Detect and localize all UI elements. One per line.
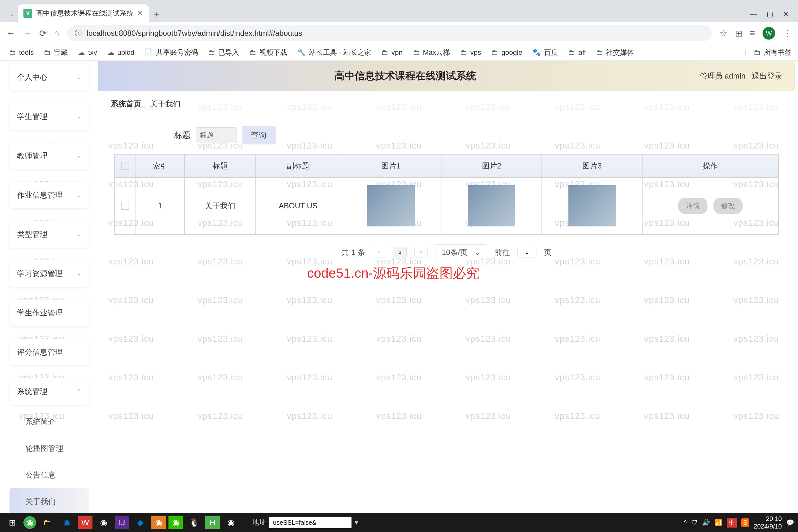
sidebar-item[interactable]: 学生管理⌄ [10,103,89,130]
taskbar-clock[interactable]: 20:10 2024/9/10 [754,515,782,530]
bookmark-item[interactable]: 🗀tools [9,49,34,57]
bookmark-item[interactable]: 🔧站长工具 - 站长之家 [297,48,371,57]
sidebar-item[interactable]: 系统管理⌃ [10,378,89,405]
tray-network-icon[interactable]: 🔊 [702,519,710,526]
bookmark-item[interactable]: 🗀aff [568,49,586,57]
row-checkbox[interactable] [114,178,136,235]
chevron-down-icon: ⌄ [76,74,81,81]
all-bookmarks[interactable]: 🗀 所有书签 [754,48,792,57]
chevron-down-icon: ⌄ [76,152,81,159]
windows-taskbar: ⊞ ◉ 🗀 ◉ W ◉ IJ ◆ ◉ ◉ 🐧 H ◉ 地址 ▾ ^ 🛡 🔊 📶 … [0,513,798,532]
maximize-icon[interactable]: ▢ [767,10,773,18]
next-page-button[interactable]: > [414,247,428,258]
menu-icon[interactable]: ⋮ [783,28,792,39]
cell-title: 关于我们 [185,178,255,235]
app-orange-icon[interactable]: ◉ [151,516,166,529]
bookmark-item[interactable]: 🗀社交媒体 [596,48,634,57]
chrome2-icon[interactable]: ◉ [222,515,240,530]
bookmark-item[interactable]: 🗀已导入 [208,48,239,57]
sidebar-subitem[interactable]: 系统简介 [10,408,89,435]
breadcrumb-home[interactable]: 系统首页 [111,99,141,109]
star-icon[interactable]: ☆ [720,28,727,39]
sidebar-subitem[interactable]: 公告信息 [10,462,89,488]
tab-close-icon[interactable]: ✕ [137,9,143,17]
edge-icon[interactable]: ◉ [58,515,75,530]
home-icon[interactable]: ⌂ [54,28,59,38]
taskbar-address-input[interactable] [269,517,352,528]
select-all-header[interactable] [114,154,136,178]
browser360-icon[interactable]: ◉ [23,516,36,529]
bookmark-item[interactable]: 🗀视频下载 [249,48,287,57]
tray-ime-icon[interactable]: 中 [727,518,737,528]
column-header: 图片3 [542,154,642,178]
info-icon[interactable]: ⓘ [75,28,82,38]
wps-icon[interactable]: W [78,516,93,529]
bookmark-item[interactable]: ☁txy [78,49,97,57]
sidebar-item[interactable]: 类型管理⌄ [10,221,89,248]
bookmark-item[interactable]: 🐾百度 [532,48,558,57]
app-green-icon[interactable]: H [205,516,220,529]
vscode-icon[interactable]: ◆ [132,515,149,530]
folder-icon: 🗀 [491,49,498,57]
bookmark-item[interactable]: 🗀宝藏 [44,48,68,57]
tray-sogou-icon[interactable]: S [741,518,749,527]
goto-page-input[interactable] [517,247,536,258]
page-size-select[interactable]: 10条/页 ⌄ [435,245,487,260]
extensions-icon[interactable]: ⊞ [735,28,742,39]
address-bar[interactable]: ⓘ localhost:8080/springbootb7wby/admin/d… [67,25,712,41]
folder-icon: 📄 [145,49,153,57]
forward-icon[interactable]: → [23,28,32,38]
qq-icon[interactable]: 🐧 [186,515,203,530]
browser-tab[interactable]: V 高中信息技术课程在线测试系统 ✕ [18,4,149,22]
tray-volume-icon[interactable]: 📶 [715,519,722,526]
intellij-icon[interactable]: IJ [115,516,129,529]
sidebar-item[interactable]: 学生作业管理 [10,300,89,326]
bookmark-item[interactable]: 📄共享账号密码 [145,48,198,57]
bookmark-item[interactable]: 🗀vps [460,49,481,57]
profile-avatar[interactable]: W [762,27,775,40]
tray-shield-icon[interactable]: 🛡 [691,519,698,526]
app-title: 高中信息技术课程在线测试系统 [111,69,700,83]
folder-icon: 🗀 [413,49,420,57]
back-icon[interactable]: ← [6,28,15,38]
taskbar-dropdown-icon[interactable]: ▾ [355,518,358,527]
close-window-icon[interactable]: ✕ [783,10,788,18]
reload-icon[interactable]: ⟳ [39,28,46,39]
sidebar-item[interactable]: 个人中心⌄ [10,64,89,91]
bookmark-item[interactable]: ☁uplod [107,49,135,57]
cell-actions: 详情 修改 [642,178,779,235]
reading-list-icon[interactable]: ≡ [750,28,755,38]
bookmark-item[interactable]: 🗀google [491,49,522,57]
bookmark-item[interactable]: 🗀Max云梯 [413,48,450,57]
search-button[interactable]: 查询 [242,126,276,145]
wechat-icon[interactable]: ◉ [169,516,183,529]
folder-icon: 🗀 [44,49,51,57]
sidebar-item[interactable]: 评分信息管理 [10,339,89,365]
new-tab-button[interactable]: + [149,6,165,22]
sidebar-item[interactable]: 学习资源管理⌄ [10,260,89,287]
page-1-button[interactable]: 1 [394,247,406,258]
chrome-icon[interactable]: ◉ [95,515,112,530]
start-icon[interactable]: ⊞ [4,515,21,530]
column-header: 副标题 [255,154,341,178]
folder-icon: 🐾 [532,49,541,57]
folder-icon: 🗀 [568,49,575,57]
tab-dropdown-icon[interactable]: ⌄ [5,6,18,22]
edit-button[interactable]: 修改 [714,198,743,214]
detail-button[interactable]: 详情 [678,198,707,214]
logout-link[interactable]: 退出登录 [752,71,782,81]
sidebar-item[interactable]: 教师管理⌄ [10,142,89,169]
explorer-icon[interactable]: 🗀 [39,515,56,530]
search-input[interactable] [196,127,237,143]
notifications-icon[interactable]: 💬 [786,519,794,526]
bookmark-item[interactable]: 🗀vpn [381,49,402,57]
sidebar-subitem[interactable]: 轮播图管理 [10,435,89,462]
main-content: 高中信息技术课程在线测试系统 管理员 admin 退出登录 系统首页 关于我们 … [98,61,798,513]
sidebar-subitem[interactable]: 关于我们 [10,488,89,515]
tray-up-icon[interactable]: ^ [684,519,686,526]
minimize-icon[interactable]: ― [750,10,757,18]
sidebar-item[interactable]: 作业信息管理⌄ [10,182,89,208]
prev-page-button[interactable]: < [373,247,386,258]
user-info[interactable]: 管理员 admin [700,71,745,81]
cell-image2 [441,178,542,235]
